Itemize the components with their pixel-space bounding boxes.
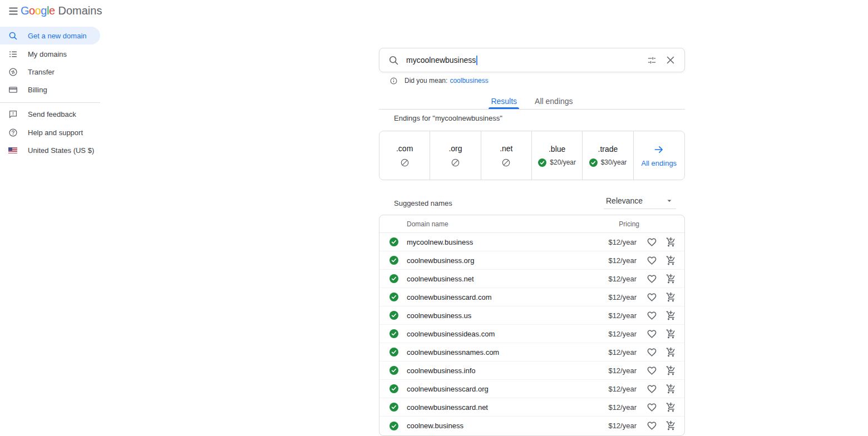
add-to-cart-icon[interactable] [664, 254, 677, 266]
domain-price: $12/year [608, 238, 637, 246]
add-to-cart-icon[interactable] [664, 309, 677, 321]
favorite-heart-icon[interactable] [645, 401, 658, 413]
sort-value: Relevance [606, 196, 643, 205]
transfer-icon [8, 67, 18, 77]
favorite-heart-icon[interactable] [645, 291, 658, 303]
sidebar-item-send-feedback[interactable]: Send feedback [0, 105, 100, 123]
table-row[interactable]: coolnewbusinessnames.com $12/year [379, 343, 684, 361]
sidebar-item-my-domains[interactable]: My domains [0, 45, 100, 63]
hamburger-menu-icon[interactable] [7, 4, 20, 18]
did-you-mean-label: Did you mean: [405, 77, 447, 85]
favorite-heart-icon[interactable] [645, 272, 658, 285]
google-wordmark: Google [21, 4, 55, 17]
unavailable-icon [451, 158, 460, 167]
add-to-cart-icon[interactable] [664, 401, 677, 413]
domain-name: coolnewbusinesscard.com [407, 293, 491, 301]
table-row[interactable]: coolnew.business $12/year [379, 417, 684, 435]
available-check-icon [389, 384, 398, 393]
table-header: Domain name Pricing [379, 215, 684, 233]
favorite-heart-icon[interactable] [645, 346, 658, 358]
table-row[interactable]: mycoolnew.business $12/year [379, 233, 684, 251]
domain-price: $12/year [608, 293, 637, 301]
ending-cell-trade[interactable]: .trade $30/year [583, 131, 633, 180]
sidebar-item-label: My domains [28, 50, 67, 58]
tab-results[interactable]: Results [482, 93, 526, 109]
search-icon [8, 31, 18, 41]
available-check-icon [389, 422, 398, 430]
sidebar-item-region-currency[interactable]: United States (US $) [0, 141, 100, 159]
table-row[interactable]: coolnewbusiness.org $12/year [379, 251, 684, 270]
domain-name: coolnewbusiness.org [407, 256, 474, 265]
domain-name: coolnewbusinessideas.com [407, 330, 495, 338]
favorite-heart-icon[interactable] [645, 236, 658, 248]
ending-cell-net[interactable]: .net [481, 131, 532, 180]
table-row[interactable]: coolnewbusiness.net $12/year [379, 270, 684, 288]
sort-dropdown[interactable]: Relevance [604, 192, 676, 209]
available-check-icon [389, 329, 398, 338]
available-check-icon [389, 366, 398, 375]
column-header-pricing: Pricing [619, 220, 639, 228]
clear-search-icon[interactable] [664, 54, 677, 66]
add-to-cart-icon[interactable] [664, 291, 677, 303]
did-you-mean-suggestion-link[interactable]: coolbusiness [450, 77, 488, 85]
domain-price: $12/year [608, 256, 637, 265]
endings-heading: Endings for "mycoolnewbusiness" [394, 114, 502, 122]
credit-card-icon [8, 85, 18, 95]
domain-price: $12/year [608, 422, 637, 430]
domain-search-input[interactable]: mycoolnewbusiness [379, 48, 685, 72]
filter-tune-icon[interactable] [645, 54, 658, 66]
results-tabs: Results All endings [379, 93, 685, 109]
feedback-icon [8, 109, 18, 119]
ending-cell-com[interactable]: .com [379, 131, 430, 180]
domain-price: $12/year [608, 385, 637, 393]
domain-price: $12/year [608, 311, 637, 320]
ending-price: $20/year [550, 158, 576, 166]
table-row[interactable]: coolnewbusinesscard.net $12/year [379, 398, 684, 417]
column-header-domain: Domain name [407, 220, 448, 228]
favorite-heart-icon[interactable] [645, 364, 658, 376]
domain-price: $12/year [608, 275, 637, 283]
unavailable-icon [400, 158, 410, 167]
favorite-heart-icon[interactable] [645, 420, 658, 432]
search-query-text: mycoolnewbusiness [406, 56, 476, 65]
table-row[interactable]: coolnewbusiness.us $12/year [379, 306, 684, 325]
sidebar-item-get-a-new-domain[interactable]: Get a new domain [0, 27, 100, 44]
sidebar-divider [0, 102, 100, 103]
sidebar-item-transfer[interactable]: Transfer [0, 63, 100, 81]
tab-all-endings[interactable]: All endings [526, 93, 582, 109]
add-to-cart-icon[interactable] [664, 272, 677, 285]
domain-name: coolnewbusiness.us [407, 311, 471, 320]
info-icon [390, 77, 397, 85]
ending-cell-blue[interactable]: .blue $20/year [532, 131, 583, 180]
favorite-heart-icon[interactable] [645, 328, 658, 340]
ending-cell-org[interactable]: .org [430, 131, 481, 180]
sidebar-item-billing[interactable]: Billing [0, 81, 100, 98]
endings-card: .com .org .net .blue $20/year [379, 131, 685, 180]
favorite-heart-icon[interactable] [645, 383, 658, 395]
add-to-cart-icon[interactable] [664, 346, 677, 358]
all-endings-link[interactable]: All endings [634, 131, 684, 180]
arrow-right-icon [653, 144, 664, 155]
list-icon [8, 49, 18, 59]
sidebar-item-help-and-support[interactable]: Help and support [0, 123, 100, 141]
sidebar-item-label: Transfer [28, 68, 55, 76]
add-to-cart-icon[interactable] [664, 236, 677, 248]
favorite-heart-icon[interactable] [645, 254, 658, 266]
table-row[interactable]: coolnewbusinesscard.org $12/year [379, 380, 684, 398]
add-to-cart-icon[interactable] [664, 364, 677, 376]
google-domains-logo[interactable]: Google Domains [21, 4, 102, 17]
table-row[interactable]: coolnewbusinesscard.com $12/year [379, 288, 684, 306]
sidebar-item-label: United States (US $) [28, 146, 94, 155]
add-to-cart-icon[interactable] [664, 328, 677, 340]
table-row[interactable]: coolnewbusinessideas.com $12/year [379, 325, 684, 343]
sidebar-item-label: Billing [28, 86, 47, 94]
domain-price: $12/year [608, 348, 637, 356]
sidebar-item-label: Send feedback [28, 110, 76, 118]
table-row[interactable]: coolnewbusiness.info $12/year [379, 361, 684, 380]
favorite-heart-icon[interactable] [645, 309, 658, 321]
domain-price: $12/year [608, 403, 637, 412]
add-to-cart-icon[interactable] [664, 383, 677, 395]
add-to-cart-icon[interactable] [664, 420, 677, 432]
available-check-icon [389, 237, 398, 246]
tabs-divider [379, 109, 685, 110]
